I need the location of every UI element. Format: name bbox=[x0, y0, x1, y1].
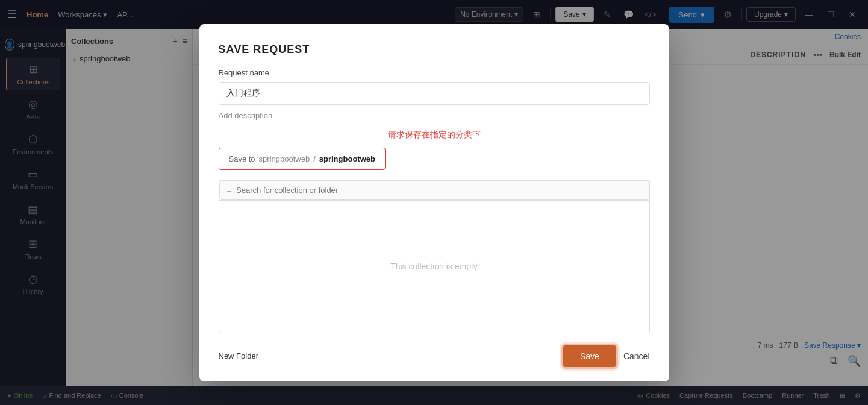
request-name-label: Request name bbox=[219, 68, 650, 77]
add-description-link[interactable]: Add description bbox=[219, 111, 273, 120]
hint-text: 请求保存在指定的分类下 bbox=[219, 130, 650, 140]
modal-overlay: SAVE REQUEST Request name Add descriptio… bbox=[0, 0, 868, 405]
save-to-collection: springbootweb bbox=[259, 154, 310, 163]
collection-search-wrapper: ≡ bbox=[219, 180, 650, 201]
save-request-modal: SAVE REQUEST Request name Add descriptio… bbox=[199, 24, 669, 381]
save-to-slash: / bbox=[313, 154, 316, 163]
save-to-box: Save to springbootweb / springbootweb bbox=[219, 148, 386, 170]
modal-title: SAVE REQUEST bbox=[219, 43, 650, 56]
search-input[interactable] bbox=[236, 186, 641, 195]
new-folder-button[interactable]: New Folder bbox=[219, 351, 258, 360]
save-to-label: Save to bbox=[229, 154, 255, 163]
modal-save-button[interactable]: Save bbox=[563, 345, 616, 367]
empty-state-text: This collection is empty bbox=[390, 262, 478, 271]
search-filter-icon: ≡ bbox=[227, 186, 232, 195]
save-to-folder: springbootweb bbox=[319, 154, 375, 163]
modal-cancel-button[interactable]: Cancel bbox=[623, 351, 650, 361]
request-name-input[interactable] bbox=[219, 82, 650, 105]
modal-footer-right: Save Cancel bbox=[563, 345, 650, 367]
search-box: ≡ bbox=[219, 180, 649, 200]
collection-content-area: This collection is empty bbox=[219, 201, 650, 333]
modal-footer: New Folder Save Cancel bbox=[219, 345, 650, 367]
